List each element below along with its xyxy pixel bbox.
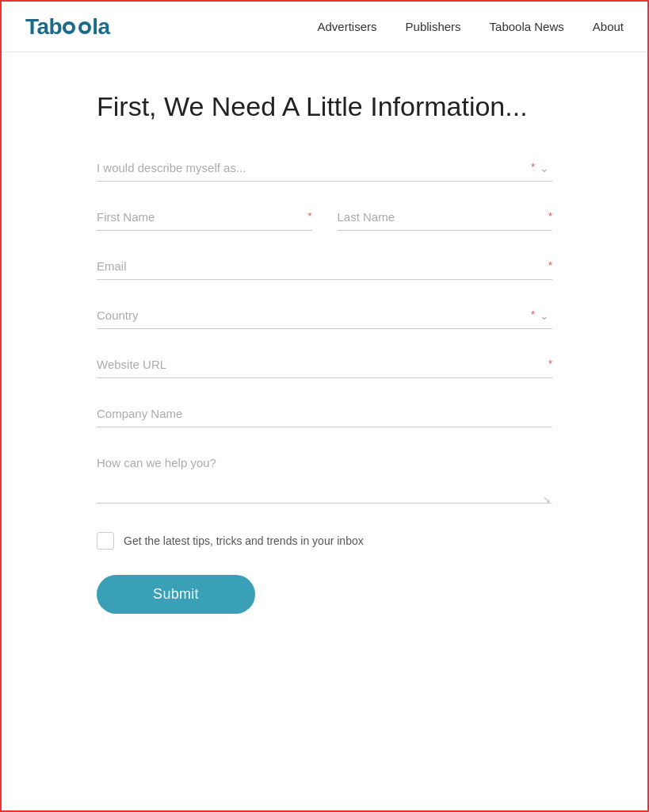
nav-about[interactable]: About <box>593 20 624 33</box>
last-name-required: * <box>548 210 552 222</box>
submit-button[interactable]: Submit <box>97 575 255 614</box>
contact-form: I would describe myself as... Advertiser… <box>97 155 552 614</box>
logo-circles-icon <box>63 21 91 35</box>
email-group: * <box>97 253 552 280</box>
logo-text: Tab la <box>25 14 110 40</box>
main-content: First, We Need A Little Information... I… <box>2 52 647 661</box>
resize-handle-icon: ↘ <box>543 494 552 504</box>
company-input[interactable] <box>97 400 552 427</box>
describe-select[interactable]: I would describe myself as... Advertiser… <box>97 155 552 182</box>
website-input[interactable] <box>97 351 552 378</box>
country-group: Country United States United Kingdom Can… <box>97 302 552 329</box>
company-group <box>97 400 552 427</box>
nav-advertisers[interactable]: Advertisers <box>318 20 377 33</box>
svg-point-2 <box>66 25 72 31</box>
first-name-input[interactable] <box>97 204 312 231</box>
first-name-required: * <box>307 210 311 222</box>
describe-group: I would describe myself as... Advertiser… <box>97 155 552 182</box>
name-row: * * <box>97 204 552 231</box>
website-required: * <box>548 358 552 370</box>
first-name-group: * <box>97 204 312 231</box>
last-name-input[interactable] <box>338 204 553 231</box>
nav-taboola-news[interactable]: Taboola News <box>490 20 564 33</box>
help-textarea[interactable] <box>97 450 552 504</box>
page-title: First, We Need A Little Information... <box>97 90 552 123</box>
email-required: * <box>548 259 552 271</box>
site-header: Tab la Advertisers Publishers Taboola Ne… <box>2 2 647 52</box>
describe-required: * <box>531 161 535 173</box>
help-group: ↘ <box>97 450 552 507</box>
main-nav: Advertisers Publishers Taboola News Abou… <box>318 20 624 33</box>
email-input[interactable] <box>97 253 552 280</box>
logo-link[interactable]: Tab la <box>25 14 110 40</box>
nav-publishers[interactable]: Publishers <box>406 20 461 33</box>
newsletter-checkbox[interactable] <box>97 532 114 550</box>
svg-point-3 <box>82 25 88 31</box>
country-required: * <box>531 308 535 320</box>
newsletter-checkbox-group: Get the latest tips, tricks and trends i… <box>97 532 552 550</box>
country-select[interactable]: Country United States United Kingdom Can… <box>97 302 552 329</box>
website-group: * <box>97 351 552 378</box>
last-name-group: * <box>338 204 553 231</box>
newsletter-label: Get the latest tips, tricks and trends i… <box>124 534 364 547</box>
